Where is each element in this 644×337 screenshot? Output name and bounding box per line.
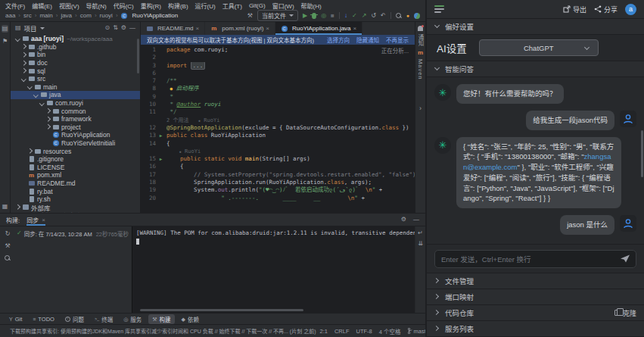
run-gutter-icon[interactable] xyxy=(157,132,164,139)
chevron-icon[interactable] xyxy=(39,100,45,107)
settings-icon[interactable] xyxy=(121,25,126,31)
rollback-icon[interactable] xyxy=(381,13,386,19)
line-ending[interactable]: CRLF xyxy=(334,328,350,335)
reload-icon[interactable] xyxy=(5,231,11,237)
banner-action-link[interactable]: 选择方向 xyxy=(327,36,350,44)
tool-window-button[interactable]: 终端 xyxy=(91,314,117,324)
panel-section[interactable]: 服务列表 xyxy=(427,321,644,337)
chat-input[interactable]: Enter 发送，Ctrl+Enter 换行 xyxy=(434,250,636,268)
tree-item[interactable]: bin xyxy=(11,51,140,59)
export-button[interactable]: 导出 xyxy=(563,5,586,14)
chevron-icon[interactable] xyxy=(20,67,27,74)
run-gutter-icon[interactable] xyxy=(157,171,164,179)
run-gutter-icon[interactable] xyxy=(157,195,164,202)
breadcrumb-leaf[interactable]: RuoYiApplication xyxy=(121,12,179,19)
tree-item[interactable]: RuoYiServletInitiali xyxy=(11,139,140,148)
tree-item[interactable]: java xyxy=(11,91,140,99)
panel-section[interactable]: 代码仓库 克隆 xyxy=(427,305,644,321)
run-gutter-icon[interactable] xyxy=(157,186,164,194)
run-config-select[interactable]: 当前文件 xyxy=(257,10,298,21)
history-icon[interactable] xyxy=(371,13,376,19)
locate-file-icon[interactable] xyxy=(104,25,110,31)
maven-tool-label[interactable]: Maven xyxy=(417,59,424,80)
share-button[interactable]: 分享 xyxy=(594,5,618,14)
menu-item[interactable]: 视图(V) xyxy=(59,2,79,10)
git-branch-widget[interactable]: master xyxy=(408,328,425,335)
tree-item[interactable]: aaa [ruoyi] ~/workspace/aaa xyxy=(11,35,140,43)
breadcrumb-item[interactable]: ruoyi xyxy=(100,12,121,19)
settings-sync-icon[interactable] xyxy=(414,13,420,19)
chevron-icon[interactable] xyxy=(14,204,21,211)
editor-tab[interactable]: RuoYiApplication.java xyxy=(275,22,362,35)
editor-tab[interactable]: pom.xml (ruoyi) xyxy=(205,22,275,35)
tree-item[interactable]: pom.xml xyxy=(11,171,140,179)
project-panel-title[interactable]: 项目 xyxy=(24,23,37,33)
editor-tab[interactable]: README.md xyxy=(141,22,205,35)
tree-item[interactable]: .gitignore xyxy=(11,155,140,164)
run-gutter-icon[interactable] xyxy=(157,46,164,54)
chevron-icon[interactable] xyxy=(14,212,21,213)
banner-action-link[interactable]: 不再显示 xyxy=(386,36,409,44)
menu-item[interactable]: 编辑(E) xyxy=(32,2,52,10)
tool-window-button[interactable]: 问题 xyxy=(61,314,88,324)
tool-window-button[interactable]: Git xyxy=(5,315,26,323)
avatar[interactable]: a xyxy=(625,4,636,15)
hide-panel-icon[interactable] xyxy=(413,217,419,223)
scrollbar-thumb[interactable] xyxy=(641,130,643,177)
caret-position[interactable]: 2:1 xyxy=(319,328,327,335)
tree-item[interactable]: sql xyxy=(11,67,140,75)
tree-item[interactable]: RuoYiApplication xyxy=(11,131,140,139)
project-tool-icon[interactable] xyxy=(2,25,9,33)
breadcrumb-item[interactable]: src xyxy=(23,12,39,19)
menu-item[interactable]: 工具(T) xyxy=(222,2,242,10)
menu-item[interactable]: 文件(F) xyxy=(5,2,25,10)
menu-item[interactable]: 运行(U) xyxy=(195,2,216,10)
chevron-icon[interactable] xyxy=(45,108,51,114)
tree-item[interactable]: doc xyxy=(11,59,140,67)
bookmarks-icon[interactable] xyxy=(2,39,8,45)
tree-item[interactable]: README.md xyxy=(11,179,140,188)
soft-wrap-icon[interactable] xyxy=(418,230,423,236)
breadcrumb-item[interactable]: aaa xyxy=(5,12,23,19)
panel-section[interactable]: 文件管理 xyxy=(427,273,644,289)
run-gutter-icon[interactable] xyxy=(157,155,164,163)
scroll-to-end-icon[interactable] xyxy=(418,241,423,247)
tree-item[interactable]: common xyxy=(11,107,140,115)
tree-item[interactable]: framework xyxy=(11,115,140,123)
tree-item[interactable]: 外部库 xyxy=(11,203,140,211)
section-qa[interactable]: 智能问答 xyxy=(427,61,644,77)
menu-item[interactable]: 代码(C) xyxy=(114,2,134,10)
run-icon[interactable] xyxy=(303,13,307,19)
chevron-icon[interactable] xyxy=(26,148,33,154)
run-gutter-icon[interactable] xyxy=(157,85,164,92)
menu-item[interactable]: 帮助(H) xyxy=(301,2,322,10)
run-gutter-icon[interactable] xyxy=(157,108,164,116)
run-gutter-icon[interactable] xyxy=(157,70,164,77)
notifications-icon[interactable] xyxy=(406,13,409,19)
chevron-icon[interactable] xyxy=(33,92,39,98)
chevron-icon[interactable] xyxy=(20,60,27,67)
chevron-icon[interactable] xyxy=(45,140,51,147)
tree-item[interactable]: main xyxy=(11,83,140,92)
run-gutter-icon[interactable] xyxy=(157,62,164,70)
tree-item[interactable]: resources xyxy=(11,147,140,155)
git-push-icon[interactable] xyxy=(362,13,367,19)
search-icon[interactable] xyxy=(396,13,402,19)
menu-item[interactable]: 构建(B) xyxy=(168,2,188,10)
file-encoding[interactable]: UTF-8 xyxy=(356,328,372,335)
debug-icon[interactable] xyxy=(312,13,316,19)
run-gutter-icon[interactable] xyxy=(157,124,164,132)
run-gutter-icon[interactable] xyxy=(157,101,164,108)
code-editor[interactable]: 1 package com.ruoyi; 2 3 xyxy=(141,45,415,213)
chevron-icon[interactable] xyxy=(20,156,27,163)
build-tab-sync[interactable]: 同步 xyxy=(26,214,45,226)
clone-button[interactable]: 克隆 xyxy=(614,308,636,318)
tree-item[interactable]: ry.sh xyxy=(11,195,140,204)
chevron-icon[interactable] xyxy=(20,172,27,179)
close-icon[interactable] xyxy=(353,25,357,32)
run-gutter-icon[interactable] xyxy=(157,163,164,170)
tool-window-button[interactable]: TODO xyxy=(29,315,58,323)
chevron-icon[interactable] xyxy=(26,83,33,90)
tree-item[interactable]: com.ruoyi xyxy=(11,99,140,108)
run-gutter-icon[interactable] xyxy=(157,140,164,148)
